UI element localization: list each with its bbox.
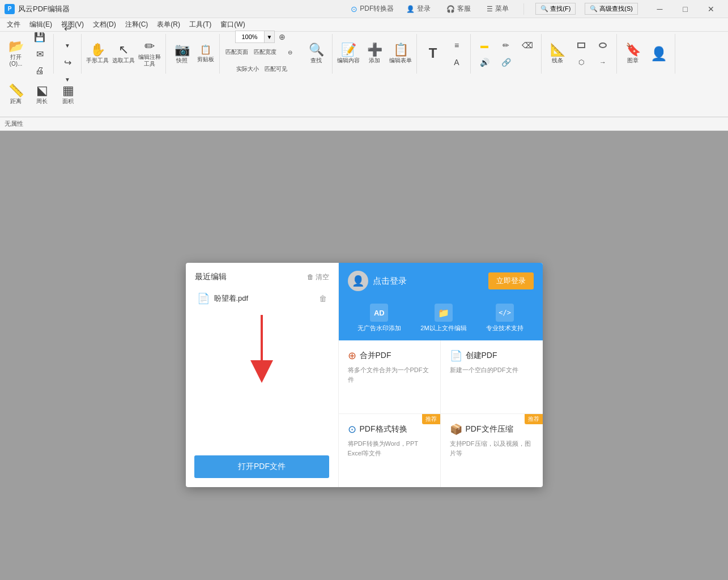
edit-form-button[interactable]: 📋 编辑表单	[388, 37, 413, 71]
annotation-tools-group: ▬ ✏ ⌫ 🔊 🔗	[474, 34, 542, 74]
email-button[interactable]: ✉	[29, 46, 50, 62]
tech-support-label: 专业技术支持	[486, 324, 523, 332]
actual-size-label: 实际大小	[236, 65, 259, 73]
audio-button[interactable]: 🔊	[474, 54, 495, 70]
eraser-button[interactable]: ⌫	[517, 37, 538, 53]
actual-size-button[interactable]: 实际大小	[234, 61, 261, 77]
advanced-search-button[interactable]: 🔍 高级查找(S)	[585, 3, 638, 15]
highlight-button[interactable]: ▬	[474, 37, 495, 53]
zoom-selector[interactable]: ▼	[235, 31, 275, 43]
menu-window[interactable]: 窗口(W)	[216, 18, 249, 32]
open-pdf-label: 打开PDF文件	[238, 462, 286, 471]
status-bar: 无属性	[0, 117, 728, 131]
menu-annotation[interactable]: 注释(C)	[121, 18, 153, 32]
convert-pdf-header: ⊙ PDF格式转换	[348, 423, 431, 436]
form-icon: 📋	[393, 44, 408, 56]
open-button[interactable]: 📂 打开(O)...	[3, 37, 28, 71]
avatar-button[interactable]: 👤	[646, 37, 671, 71]
area-button[interactable]: ▦ 面积	[56, 78, 80, 112]
fit-visible-button[interactable]: 匹配可见	[262, 61, 290, 77]
file-item[interactable]: 📄 盼望着.pdf 🗑	[195, 289, 329, 308]
pdf-converter-button[interactable]: ⊙ PDF转换器	[351, 4, 394, 14]
merge-desc: 将多个文件合并为一个PDF文件	[348, 365, 431, 384]
perimeter-button[interactable]: ⬕ 周长	[29, 78, 54, 112]
pencil-button[interactable]: ✏	[496, 37, 516, 53]
separator	[523, 3, 524, 15]
minimize-button[interactable]: ─	[647, 0, 672, 18]
zoom-out-button[interactable]: ⊖	[280, 44, 300, 60]
select-tool-button[interactable]: ↖ 选取工具	[111, 37, 136, 71]
search-button[interactable]: 🔍 查找(F)	[535, 3, 576, 15]
fit-visible-label: 匹配可见	[265, 65, 287, 73]
zoom-group: ▼ ⊕ 匹配页面 匹配宽度 ⊖ 实际大小 匹配可见	[223, 34, 333, 74]
arrow-button[interactable]: →	[593, 54, 613, 70]
menu-tools[interactable]: 工具(T)	[185, 18, 216, 32]
fit-page-button[interactable]: 匹配页面	[223, 44, 250, 60]
title-bar-left: P 风云PDF编辑器	[5, 4, 70, 14]
merge-pdf-card[interactable]: ⊕ 合并PDF 将多个文件合并为一个PDF文件	[339, 340, 441, 414]
edit-annot-icon: ✏	[144, 40, 155, 53]
fit-width-button[interactable]: 匹配宽度	[252, 44, 279, 60]
menu-button[interactable]: ☰ 菜单	[483, 3, 512, 15]
email-icon: ✉	[36, 49, 44, 59]
undo-dropdown[interactable]: ▼	[57, 37, 78, 53]
convert-pdf-card[interactable]: 推荐 ⊙ PDF格式转换 将PDF转换为Word，PPT Excel等文件	[339, 414, 441, 487]
open-pdf-button[interactable]: 打开PDF文件	[194, 455, 329, 478]
redo-button[interactable]: ↪	[57, 54, 78, 70]
zoom-dropdown-button[interactable]: ▼	[264, 31, 275, 42]
service-button[interactable]: 🎧 客服	[443, 3, 474, 15]
text-align-button[interactable]: ≡	[446, 37, 467, 53]
edit-content-button[interactable]: 📝 编辑内容	[336, 37, 361, 71]
stamp-button[interactable]: 🔖 图章	[620, 37, 645, 71]
edit-annot-button[interactable]: ✏ 编辑注释工具	[137, 37, 162, 71]
shapes-stack: ⬡ →	[571, 37, 613, 70]
login-now-button[interactable]: 立即登录	[488, 272, 534, 289]
clipboard-button[interactable]: 📋 剪贴板	[195, 46, 216, 62]
style-icon: A	[454, 58, 459, 67]
undo-button[interactable]: ↩	[57, 20, 78, 36]
clipboard-group: 📋 剪贴板	[195, 46, 216, 62]
ellipse-button[interactable]	[593, 37, 613, 53]
menu-file[interactable]: 文件	[2, 18, 25, 32]
login-button[interactable]: 👤 登录	[403, 3, 434, 15]
polygon-button[interactable]: ⬡	[571, 54, 591, 70]
edit-content-label: 编辑内容	[337, 57, 360, 64]
menu-form[interactable]: 表单(R)	[152, 18, 185, 32]
lines-group: 📐 线条 ⬡ →	[545, 34, 617, 74]
save-button[interactable]: 💾	[29, 29, 50, 45]
login-label: 登录	[417, 4, 431, 14]
convert-icon: ⊙	[348, 423, 356, 436]
text-button[interactable]: T	[420, 37, 445, 71]
zoom-in-button[interactable]: ⊕	[276, 31, 288, 43]
add-button[interactable]: ➕ 添加	[362, 37, 387, 71]
no-ads-icon: AD	[370, 304, 388, 322]
screenshot-button[interactable]: 📷 快照	[169, 37, 194, 71]
annot-row1: ▬ ✏ ⌫	[474, 37, 538, 53]
rect-button[interactable]	[571, 37, 591, 53]
menu-label: 菜单	[495, 4, 509, 14]
area-icon: ▦	[62, 84, 74, 97]
title-bar: P 风云PDF编辑器 ⊙ PDF转换器 👤 登录 🎧 客服 ☰ 菜单 🔍 查找(…	[0, 0, 728, 18]
clear-button[interactable]: 🗑 清空	[307, 272, 329, 282]
select-tool-label: 选取工具	[112, 57, 135, 64]
lines-button[interactable]: 📐 线条	[545, 37, 570, 71]
create-pdf-card[interactable]: 📄 创建PDF 新建一个空白的PDF文件	[441, 340, 543, 414]
hand-tool-button[interactable]: ✋ 手形工具	[85, 37, 110, 71]
undo-icon: ↩	[64, 23, 71, 34]
text-style-button[interactable]: A	[446, 54, 467, 70]
close-button[interactable]: ✕	[698, 0, 723, 18]
link-button[interactable]: 🔗	[496, 54, 516, 70]
find-button[interactable]: 🔍 查找	[304, 37, 329, 71]
distance-label: 距离	[10, 98, 22, 105]
text-icon: T	[429, 46, 437, 60]
zoom-input[interactable]	[236, 33, 264, 40]
compress-pdf-card[interactable]: 推荐 📦 PDF文件压缩 支持PDF压缩，以及视频，图片等	[441, 414, 543, 487]
distance-button[interactable]: 📏 距离	[3, 78, 28, 112]
hand-icon: ✋	[90, 44, 105, 56]
maximize-button[interactable]: □	[672, 0, 698, 18]
distance-icon: 📏	[8, 84, 24, 97]
save-group: 💾 ✉ 🖨	[29, 29, 50, 79]
edit-form-label: 编辑表单	[389, 57, 412, 64]
file-delete-button[interactable]: 🗑	[319, 294, 327, 303]
menu-document[interactable]: 文档(D)	[88, 18, 121, 32]
